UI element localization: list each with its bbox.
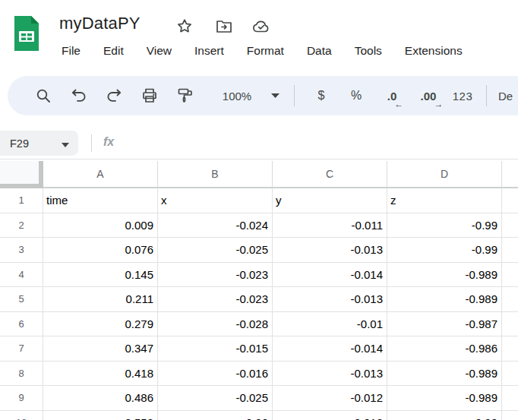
- column-header-d[interactable]: D: [387, 161, 502, 188]
- sheet-row-6: 6 0.279 -0.028 -0.01 -0.987: [0, 312, 518, 337]
- cell-b3[interactable]: -0.025: [158, 238, 273, 263]
- font-selector-partial[interactable]: De: [498, 76, 518, 115]
- cell-b5[interactable]: -0.023: [158, 287, 273, 312]
- cell-b1[interactable]: x: [158, 188, 273, 213]
- name-box-caret-icon[interactable]: [62, 137, 69, 150]
- name-box[interactable]: F29: [0, 131, 78, 156]
- cell-d7[interactable]: -0.986: [387, 336, 502, 362]
- cell-a2[interactable]: 0.009: [43, 213, 158, 238]
- menu-data[interactable]: Data: [307, 44, 332, 58]
- cell-a9[interactable]: 0.486: [43, 386, 158, 411]
- cell-a6[interactable]: 0.279: [43, 312, 158, 337]
- cloud-saved-icon[interactable]: [251, 17, 271, 36]
- row-header[interactable]: 5: [0, 287, 43, 312]
- menu-format[interactable]: Format: [247, 44, 284, 58]
- menu-tools[interactable]: Tools: [355, 44, 382, 58]
- cell-d5[interactable]: -0.989: [387, 287, 502, 312]
- cell-e10-partial[interactable]: [502, 411, 518, 420]
- cell-a7[interactable]: 0.347: [43, 336, 158, 362]
- zoom-caret-icon[interactable]: [267, 76, 283, 115]
- move-to-folder-icon[interactable]: [214, 17, 234, 36]
- cell-c1[interactable]: y: [273, 188, 387, 213]
- format-percent-button[interactable]: %: [346, 76, 367, 115]
- star-icon[interactable]: [175, 17, 194, 36]
- cell-c4[interactable]: -0.014: [273, 263, 387, 288]
- cell-d10[interactable]: -0.99: [387, 411, 502, 420]
- cell-e9-partial[interactable]: [502, 386, 518, 411]
- cell-e3-partial[interactable]: [502, 238, 518, 263]
- cell-c8[interactable]: -0.013: [273, 362, 387, 387]
- row-header[interactable]: 10: [0, 411, 43, 420]
- row-header[interactable]: 4: [0, 263, 43, 288]
- cell-d4[interactable]: -0.989: [387, 263, 502, 288]
- cell-b2[interactable]: -0.024: [158, 213, 273, 238]
- fx-icon[interactable]: fx: [103, 135, 114, 149]
- menu-edit[interactable]: Edit: [103, 44, 124, 58]
- print-icon[interactable]: [139, 76, 160, 115]
- column-header-row: A B C D: [0, 161, 518, 188]
- cell-b10[interactable]: -0.02: [158, 411, 273, 420]
- cell-e4-partial[interactable]: [502, 263, 518, 288]
- sheet-row-4: 4 0.145 -0.023 -0.014 -0.989: [0, 263, 518, 288]
- sheet-grid: A B C D 1 time x y z 2 0.009 -0.024 -0.0…: [0, 161, 518, 420]
- menu-extensions[interactable]: Extensions: [405, 44, 463, 58]
- row-header[interactable]: 3: [0, 238, 43, 263]
- cell-a8[interactable]: 0.418: [43, 362, 158, 387]
- cell-c7[interactable]: -0.014: [273, 336, 387, 362]
- cell-c10[interactable]: -0.012: [273, 411, 387, 420]
- column-header-e-partial[interactable]: [502, 161, 518, 188]
- cell-e5-partial[interactable]: [502, 287, 518, 312]
- document-title[interactable]: myDataPY: [59, 14, 141, 33]
- more-formats-button[interactable]: 123: [450, 76, 475, 115]
- select-all-corner[interactable]: [0, 161, 43, 188]
- cell-a10[interactable]: 0.552: [43, 411, 158, 420]
- cell-d2[interactable]: -0.99: [387, 213, 502, 238]
- cell-a3[interactable]: 0.076: [43, 238, 158, 263]
- cell-c9[interactable]: -0.012: [273, 386, 387, 411]
- cell-d8[interactable]: -0.989: [387, 362, 502, 387]
- cell-d6[interactable]: -0.987: [387, 312, 502, 337]
- cell-e6-partial[interactable]: [502, 312, 518, 337]
- cell-e2-partial[interactable]: [502, 213, 518, 238]
- cell-d1[interactable]: z: [387, 188, 502, 213]
- column-header-c[interactable]: C: [273, 161, 387, 188]
- cell-c3[interactable]: -0.013: [273, 238, 387, 263]
- cell-b7[interactable]: -0.015: [158, 336, 273, 362]
- sheets-logo-icon[interactable]: [13, 14, 40, 52]
- cell-d9[interactable]: -0.989: [387, 386, 502, 411]
- row-header[interactable]: 2: [0, 213, 43, 238]
- cell-e1-partial[interactable]: [502, 188, 518, 213]
- cell-e7-partial[interactable]: [502, 336, 518, 362]
- zoom-level[interactable]: 100%: [214, 76, 260, 115]
- row-header[interactable]: 6: [0, 312, 43, 337]
- menu-file[interactable]: File: [62, 44, 81, 58]
- cell-a1[interactable]: time: [43, 188, 158, 213]
- cell-b8[interactable]: -0.016: [158, 362, 273, 387]
- cell-b9[interactable]: -0.025: [158, 386, 273, 411]
- column-header-b[interactable]: B: [158, 161, 273, 188]
- row-header[interactable]: 7: [0, 336, 43, 362]
- format-currency-button[interactable]: $: [311, 76, 332, 115]
- row-header[interactable]: 9: [0, 386, 43, 411]
- cell-a4[interactable]: 0.145: [43, 263, 158, 288]
- decrease-decimal-button[interactable]: .0←: [378, 76, 406, 115]
- cell-c5[interactable]: -0.013: [273, 287, 387, 312]
- redo-icon[interactable]: [103, 76, 125, 115]
- name-box-value: F29: [0, 137, 62, 150]
- menu-view[interactable]: View: [147, 44, 172, 58]
- column-header-a[interactable]: A: [43, 161, 158, 188]
- row-header[interactable]: 1: [0, 188, 43, 213]
- cell-c2[interactable]: -0.011: [273, 213, 387, 238]
- cell-e8-partial[interactable]: [502, 362, 518, 387]
- cell-a5[interactable]: 0.211: [43, 287, 158, 312]
- row-header[interactable]: 8: [0, 362, 43, 387]
- cell-c6[interactable]: -0.01: [273, 312, 387, 337]
- cell-b6[interactable]: -0.028: [158, 312, 273, 337]
- search-icon[interactable]: [33, 76, 54, 115]
- cell-b4[interactable]: -0.023: [158, 263, 273, 288]
- increase-decimal-button[interactable]: .00→: [414, 76, 443, 115]
- menu-insert[interactable]: Insert: [194, 44, 224, 58]
- paint-format-icon[interactable]: [175, 76, 196, 115]
- cell-d3[interactable]: -0.99: [387, 238, 502, 263]
- undo-icon[interactable]: [68, 76, 90, 115]
